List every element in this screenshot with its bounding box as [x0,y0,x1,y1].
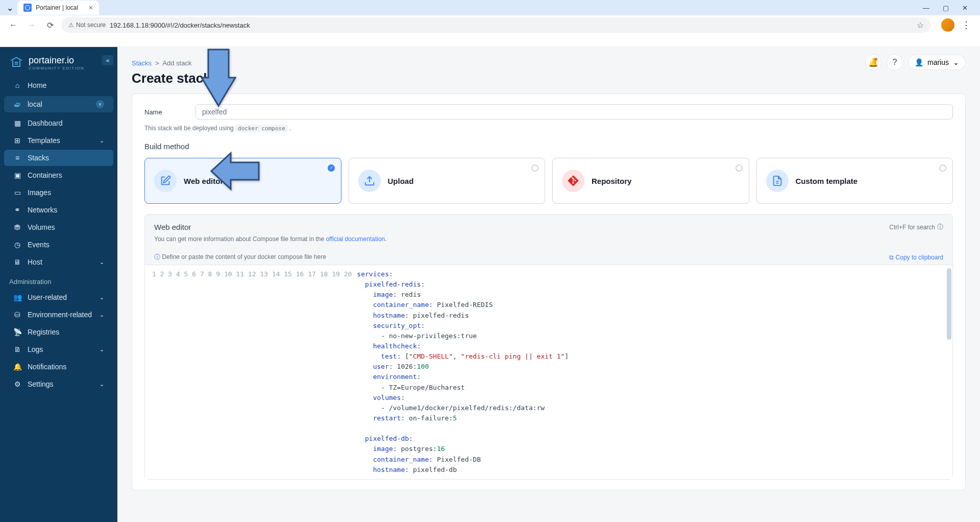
sidebar-item-label: Networks [28,206,57,214]
sidebar-item-notifications[interactable]: 🔔Notifications [4,359,113,375]
sidebar-item-host[interactable]: 🖥Host⌄ [4,254,113,270]
code-content[interactable]: services: pixelfed-redis: image: redis c… [357,265,952,479]
close-icon[interactable]: × [89,4,93,12]
brand[interactable]: portainer.io COMMUNITY EDITION « [0,53,117,77]
sidebar-item-containers[interactable]: ▣Containers [4,167,113,183]
minimize-icon[interactable]: — [921,2,932,14]
name-row: Name [144,104,953,120]
method-upload[interactable]: Upload [349,158,546,204]
bookmark-bar [0,35,980,47]
method-web-editor[interactable]: Web editor [144,158,341,204]
close-env-icon[interactable]: × [96,100,104,108]
sidebar-item-images[interactable]: ▭Images [4,184,113,201]
sidebar-item-label: Events [28,241,50,249]
breadcrumb-current: Add stack [162,59,191,67]
warning-icon: ⚠ [68,21,74,29]
editor-placeholder-hint: ⓘ Define or paste the content of your do… [154,253,326,262]
sidebar-item-label: Images [28,188,51,197]
forward-button[interactable]: → [24,18,39,32]
sidebar-item-label: Notifications [28,363,66,371]
copy-to-clipboard[interactable]: ⧉ Copy to clipboard [889,254,943,261]
bell-icon: 🔔 [13,363,21,371]
chevron-down-icon: ⌄ [100,381,104,388]
browser-chrome: ⌄ Portainer | local × — ▢ ✕ ← → ⟳ ⚠ Not … [0,0,980,47]
sidebar-item-label: Environment-related [28,311,92,319]
sidebar-item-networks[interactable]: ⚭Networks [4,202,113,218]
chevron-down-icon: ⌄ [100,294,104,301]
radio-icon [531,164,538,172]
page-title: Create stack ⟳ [132,70,966,86]
sidebar-item-label: Stacks [28,154,49,162]
sidebar-item-registries[interactable]: 📡Registries [4,324,113,340]
url-bar[interactable]: ⚠ Not secure 192.168.1.18:9000/#!/2/dock… [61,17,931,33]
containers-icon: ▣ [13,171,21,179]
main-content: Stacks > Add stack 🔔 ? 👤 marius ⌄ Create… [117,47,980,522]
templates-icon: ⊞ [13,136,21,145]
close-window-icon[interactable]: ✕ [960,2,970,14]
app-container: portainer.io COMMUNITY EDITION « ⌂ Home … [0,47,980,522]
radio-selected-icon [328,164,335,172]
tab-title: Portainer | local [36,4,85,11]
code-editor[interactable]: 1 2 3 4 5 6 7 8 9 10 11 12 13 14 15 16 1… [145,265,952,479]
collapse-sidebar-icon[interactable]: « [102,55,113,65]
security-chip[interactable]: ⚠ Not secure [68,21,106,29]
browser-tab[interactable]: Portainer | local × [17,1,99,15]
sidebar-item-dashboard[interactable]: ▦Dashboard [4,115,113,131]
build-method-label: Build method [144,142,953,151]
notifications-button[interactable]: 🔔 [865,54,881,70]
reload-button[interactable]: ⟳ [43,18,57,32]
method-title: Web editor [184,177,223,185]
upload-icon [358,170,381,192]
images-icon: ▭ [13,188,21,197]
sidebar: portainer.io COMMUNITY EDITION « ⌂ Home … [0,47,117,522]
editor-search-hint: Ctrl+F for search ⓘ [889,223,943,231]
build-method-grid: Web editor Upload Repository Custom temp… [144,158,953,204]
name-input[interactable] [195,104,953,120]
sidebar-item-env-related[interactable]: ⛁Environment-related⌄ [4,306,113,323]
bookmark-icon[interactable]: ☆ [917,20,924,30]
chevron-down-icon: ⌄ [100,312,104,318]
copy-icon: ⧉ [889,254,894,261]
chevron-down-icon: ⌄ [953,58,959,66]
user-menu[interactable]: 👤 marius ⌄ [908,55,966,70]
user-icon: 👤 [915,58,923,66]
method-repository[interactable]: Repository [552,158,749,204]
refresh-icon[interactable]: ⟳ [216,74,223,83]
volumes-icon: ⛃ [13,223,21,231]
sidebar-item-user-related[interactable]: 👥User-related⌄ [4,289,113,305]
sidebar-item-label: Registries [28,328,59,336]
help-icon[interactable]: ⓘ [937,223,943,231]
logs-icon: 🗎 [13,345,21,353]
browser-menu-icon[interactable]: ⋮ [959,19,974,31]
radio-icon [939,164,946,172]
info-icon: ⓘ [154,253,160,260]
deploy-note-code: docker compose [235,125,288,132]
sidebar-item-label: Settings [28,380,54,388]
help-button[interactable]: ? [887,54,903,70]
portainer-logo-icon [9,56,23,70]
users-icon: 👥 [13,293,21,301]
sidebar-item-logs[interactable]: 🗎Logs⌄ [4,341,113,358]
sidebar-item-volumes[interactable]: ⛃Volumes [4,219,113,235]
back-button[interactable]: ← [6,18,20,32]
maximize-icon[interactable]: ▢ [941,2,951,14]
sidebar-item-label: Logs [28,345,43,353]
sidebar-item-label: Volumes [28,223,55,231]
sidebar-item-environment[interactable]: local × [4,96,113,112]
brand-sub: COMMUNITY EDITION [29,66,84,70]
sidebar-item-templates[interactable]: ⊞Templates⌄ [4,132,113,149]
docs-link[interactable]: official documentation [326,235,385,243]
browser-toolbar: ← → ⟳ ⚠ Not secure 192.168.1.18:9000/#!/… [0,15,980,35]
sidebar-item-home[interactable]: ⌂ Home [4,77,113,93]
tab-dropdown-icon[interactable]: ⌄ [4,2,15,13]
radio-icon [736,164,743,172]
method-custom-template[interactable]: Custom template [756,158,953,204]
breadcrumb-root[interactable]: Stacks [132,59,152,67]
sidebar-item-settings[interactable]: ⚙Settings⌄ [4,376,113,392]
profile-avatar[interactable] [941,18,954,32]
deploy-note-prefix: This stack will be deployed using [144,125,235,132]
sidebar-item-stacks[interactable]: ≡Stacks [4,150,113,166]
scrollbar[interactable] [947,268,951,340]
sidebar-item-events[interactable]: ◷Events [4,236,113,253]
favicon-icon [23,4,32,12]
